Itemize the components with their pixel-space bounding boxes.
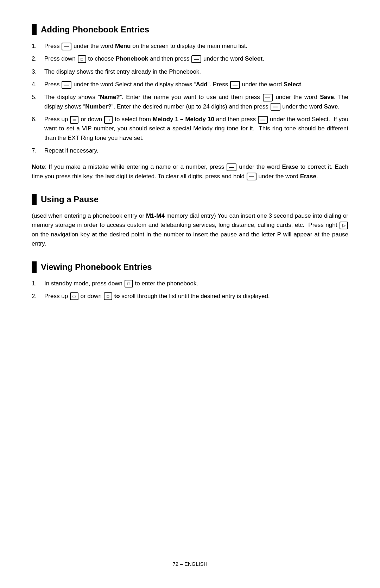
page: Adding Phonebook Entries 1. Press — unde… [0, 0, 380, 588]
viewing-steps-list: 1. In standby mode, press down □ to ente… [32, 279, 348, 301]
list-number: 2. [32, 54, 44, 63]
list-item: 1. Press — under the word Menu on the sc… [32, 42, 348, 51]
section-adding-phonebook: Adding Phonebook Entries 1. Press — unde… [32, 21, 348, 191]
list-number: 7. [32, 146, 44, 155]
list-number: 3. [32, 67, 44, 76]
section-marker [32, 24, 37, 35]
list-content: Press up ▭ or down □ to select from Melo… [44, 115, 348, 143]
list-item: 1. In standby mode, press down □ to ente… [32, 279, 348, 288]
nav-up-key-6: ▭ [70, 116, 78, 124]
section-heading-adding: Adding Phonebook Entries [41, 25, 149, 35]
press-key-4b: — [230, 81, 240, 89]
nav-down-key: □ [78, 55, 86, 63]
press-key-5a: — [263, 94, 273, 101]
section-viewing-phonebook: Viewing Phonebook Entries 1. In standby … [32, 259, 348, 308]
section-heading-viewing: Viewing Phonebook Entries [41, 262, 152, 272]
section-using-pause: Using a Pause (used when entering a phon… [32, 191, 348, 258]
section-title-adding: Adding Phonebook Entries [32, 24, 348, 35]
select-key: — [191, 55, 201, 63]
section-title-pause: Using a Pause [32, 194, 348, 205]
erase-key-2: — [247, 173, 256, 180]
list-number: 5. [32, 93, 44, 102]
section-marker-viewing [32, 261, 37, 273]
list-item: 7. Repeat if necessary. [32, 146, 348, 155]
list-number: 2. [32, 292, 44, 301]
section-heading-pause: Using a Pause [41, 194, 99, 204]
nav-up-key-v2: ▭ [70, 292, 78, 300]
list-number: 1. [32, 279, 44, 288]
press-key-5b: — [271, 103, 280, 111]
list-content: Repeat if necessary. [44, 146, 348, 155]
list-item: 2. Press down □ to choose Phonebook and … [32, 54, 348, 63]
list-item: 4. Press — under the word Select and the… [32, 80, 348, 89]
section-title-viewing: Viewing Phonebook Entries [32, 261, 348, 273]
footer-text: 72 – ENGLISH [172, 561, 207, 567]
press-key-6: — [258, 116, 268, 124]
list-content: Press — under the word Menu on the scree… [44, 42, 348, 51]
list-content: Press up ▭ or down □ to scroll through t… [44, 292, 348, 301]
list-content: In standby mode, press down □ to enter t… [44, 279, 348, 288]
list-number: 4. [32, 80, 44, 89]
nav-right-key: ▷ [340, 222, 348, 229]
list-content: Press down □ to choose Phonebook and the… [44, 54, 348, 63]
list-item: 2. Press up ▭ or down □ to scroll throug… [32, 292, 348, 301]
list-content: The display shows the first entry alread… [44, 67, 348, 76]
section-marker-pause [32, 194, 37, 205]
nav-down-key-v2: □ [104, 292, 112, 300]
list-content: The display shows “Name?”. Enter the nam… [44, 93, 348, 111]
page-footer: 72 – ENGLISH [32, 550, 348, 567]
nav-down-key-v1: □ [125, 280, 133, 287]
list-number: 1. [32, 42, 44, 51]
nav-down-key-6: □ [104, 116, 113, 124]
using-pause-body: (used when entering a phonebook entry or… [32, 211, 348, 248]
list-number: 6. [32, 115, 44, 124]
list-item: 5. The display shows “Name?”. Enter the … [32, 93, 348, 111]
press-key-4: — [62, 81, 71, 89]
list-item: 3. The display shows the first entry alr… [32, 67, 348, 76]
adding-steps-list: 1. Press — under the word Menu on the sc… [32, 42, 348, 155]
list-item: 6. Press up ▭ or down □ to select from M… [32, 115, 348, 143]
erase-key-1: — [227, 163, 236, 171]
list-content: Press — under the word Select and the di… [44, 80, 348, 89]
note-block: Note: If you make a mistake while enteri… [32, 162, 348, 181]
menu-key-button: — [62, 43, 71, 50]
